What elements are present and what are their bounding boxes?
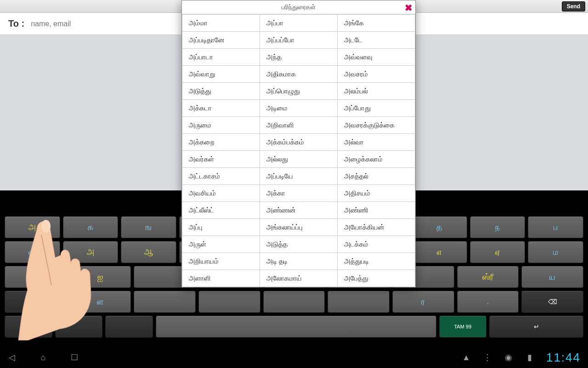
suggestion-cell[interactable]: அப்போது: [338, 100, 415, 117]
system-navbar: ◁ ⌂ ☐ ▲ ⋮ ◉ ▮ 11:44: [0, 347, 588, 368]
suggestion-cell[interactable]: அடுத்த: [260, 236, 338, 253]
suggestion-cell[interactable]: அடக்கம்: [338, 236, 415, 253]
suggestion-cell[interactable]: அதிசயம்: [338, 185, 415, 202]
suggestion-cell[interactable]: அண்ணன்: [260, 202, 338, 219]
key[interactable]: [328, 291, 390, 313]
space-key[interactable]: [156, 316, 436, 338]
key[interactable]: ய: [521, 266, 583, 288]
suggestion-cell[interactable]: அட்லீஸ்ட்: [182, 202, 260, 219]
key[interactable]: எ: [412, 241, 467, 263]
key[interactable]: [198, 291, 260, 313]
table-row: அப்பாடாஅந்தஅவ்வளவு: [182, 49, 415, 66]
home-icon[interactable]: ⌂: [39, 353, 48, 362]
suggestion-cell[interactable]: அங்கலாய்ப்பு: [260, 219, 338, 236]
key[interactable]: [134, 291, 196, 313]
suggestion-cell[interactable]: அப்பு: [182, 219, 260, 236]
suggestion-cell[interactable]: அப்படியே: [260, 168, 338, 185]
back-icon[interactable]: ◁: [7, 353, 17, 362]
key[interactable]: ஸ்ரீ: [457, 266, 519, 288]
key[interactable]: ந: [470, 216, 526, 238]
suggestion-cell[interactable]: அருள்: [182, 236, 260, 253]
table-row: அட்லீஸ்ட்அண்ணன்அண்ணி: [182, 202, 415, 219]
key[interactable]: ஐ: [5, 266, 67, 288]
popup-title: பரிந்துரைகள்: [282, 3, 316, 11]
close-icon[interactable]: ✖: [405, 2, 413, 13]
suggestion-cell[interactable]: அறிவாளி: [260, 117, 338, 134]
table-row: அக்கடாஅடிமைஅப்போது: [182, 100, 415, 117]
suggestion-cell[interactable]: அப்பொழுது: [260, 83, 338, 100]
key[interactable]: ம: [528, 241, 583, 263]
key[interactable]: [263, 291, 325, 313]
suggestion-cell[interactable]: அயோக்கியன்: [338, 219, 415, 236]
suggestion-cell[interactable]: அப்பப்போ: [260, 32, 338, 49]
enter-key[interactable]: ↵: [489, 316, 583, 338]
clock[interactable]: 11:44: [546, 351, 581, 365]
suggestion-cell[interactable]: அட்டகாசம்: [182, 168, 260, 185]
key[interactable]: ள: [69, 291, 131, 313]
table-row: அருமைஅறிவாளிஅவசரக்குடுக்கை: [182, 117, 415, 134]
suggestion-cell[interactable]: அலோகமாய்: [260, 270, 338, 287]
suggestion-cell[interactable]: அதிகமாக: [260, 66, 338, 83]
language-key[interactable]: TAM 99: [439, 316, 487, 338]
key[interactable]: ஆ: [121, 241, 176, 263]
suggestion-cell[interactable]: அழைக்கலாம்: [338, 151, 415, 168]
status-icon: ▲: [462, 353, 471, 362]
suggestion-cell[interactable]: அவசியம்: [182, 185, 260, 202]
suggestion-cell[interactable]: அல்லது: [260, 151, 338, 168]
suggestion-cell[interactable]: அவ்வாறு: [182, 66, 260, 83]
recent-apps-icon[interactable]: ☐: [70, 353, 79, 362]
table-row: அறியாயம்அடி தடிஅத்துபடி: [182, 253, 415, 270]
suggestion-cell[interactable]: அசத்தல்: [338, 168, 415, 185]
suggestion-cell[interactable]: அக்கறை: [182, 134, 260, 151]
suggestion-cell[interactable]: அவசரக்குடுக்கை: [338, 117, 415, 134]
suggestion-cell[interactable]: அல்வா: [338, 134, 415, 151]
suggestion-cell[interactable]: அருமை: [182, 117, 260, 134]
key[interactable]: அ: [5, 216, 60, 238]
suggestion-cell[interactable]: அறியாயம்: [182, 253, 260, 270]
key[interactable]: அ: [63, 241, 119, 263]
key[interactable]: ப: [528, 216, 583, 238]
suggestion-cell[interactable]: அண்ணி: [338, 202, 415, 219]
numbers-key[interactable]: 123: [5, 316, 52, 338]
suggestion-cell[interactable]: அக்கம்பக்கம்: [260, 134, 338, 151]
suggestions-popup: பரிந்துரைகள் ✖ அம்மாஅப்பாஅங்கேஅப்படிதானே…: [181, 0, 416, 288]
key[interactable]: ர: [392, 291, 454, 313]
key[interactable]: ள: [5, 291, 67, 313]
key-period[interactable]: .: [457, 291, 519, 313]
keyboard-row-4: ள ள ர . ⌫: [5, 291, 583, 313]
suggestion-cell[interactable]: அம்மா: [182, 15, 260, 32]
table-row: அப்புஅங்கலாய்ப்புஅயோக்கியன்: [182, 219, 415, 236]
suggestion-cell[interactable]: அத்துபடி: [338, 253, 415, 270]
suggestion-cell[interactable]: அப்பாடா: [182, 49, 260, 66]
suggestion-cell[interactable]: அபேத்து: [338, 270, 415, 287]
table-row: அளாளிஅலோகமாய்அபேத்து: [182, 270, 415, 287]
send-button[interactable]: Send: [562, 1, 585, 12]
key[interactable]: [55, 316, 103, 338]
suggestion-cell[interactable]: அப்படிதானே: [182, 32, 260, 49]
suggestion-cell[interactable]: அவ்வளவு: [338, 49, 415, 66]
key[interactable]: க: [63, 216, 119, 238]
suggestion-cell[interactable]: அடுத்து: [182, 83, 260, 100]
key[interactable]: [105, 316, 153, 338]
suggestion-cell[interactable]: அவசரம்: [338, 66, 415, 83]
suggestion-cell[interactable]: அளாளி: [182, 270, 260, 287]
key[interactable]: த: [412, 216, 467, 238]
suggestion-cell[interactable]: அங்கே: [338, 15, 415, 32]
suggestion-cell[interactable]: அக்கடா: [182, 100, 260, 117]
suggestion-cell[interactable]: அடி தடி: [260, 253, 338, 270]
table-row: அடுத்துஅப்பொழுதுஅலம்பல்: [182, 83, 415, 100]
suggestion-cell[interactable]: அடிமை: [260, 100, 338, 117]
key[interactable]: ஏ: [470, 241, 526, 263]
suggestion-cell[interactable]: அலம்பல்: [338, 83, 415, 100]
suggestion-cell[interactable]: அக்கா: [260, 185, 338, 202]
key[interactable]: ஐ: [69, 266, 131, 288]
key[interactable]: ஷ: [5, 241, 60, 263]
suggestion-cell[interactable]: அப்பா: [260, 15, 338, 32]
backspace-key[interactable]: ⌫: [521, 291, 583, 313]
suggestion-cell[interactable]: அந்த: [260, 49, 338, 66]
table-row: அக்கறைஅக்கம்பக்கம்அல்வா: [182, 134, 415, 151]
suggestion-cell[interactable]: அடடே: [338, 32, 415, 49]
suggestion-cell[interactable]: அவர்கள்: [182, 151, 260, 168]
key[interactable]: ங: [121, 216, 176, 238]
table-row: அம்மாஅப்பாஅங்கே: [182, 15, 415, 32]
